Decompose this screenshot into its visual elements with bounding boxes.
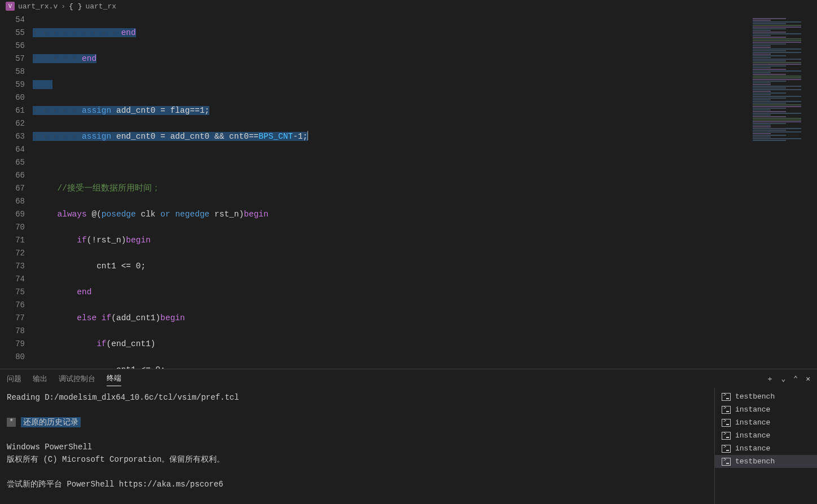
powershell-icon bbox=[722, 432, 731, 440]
terminal-name: instance bbox=[735, 418, 770, 427]
code-token: begin bbox=[160, 313, 185, 322]
powershell-icon bbox=[722, 406, 731, 414]
terminal-restore-marker: * bbox=[7, 418, 16, 427]
terminal-restore-label: 还原的历史记录 bbox=[21, 417, 81, 427]
code-comment: //接受一组数据所用时间； bbox=[58, 184, 160, 193]
terminal-view[interactable]: Reading D:/modelsim_dlx64_10.6c/tcl/vsim… bbox=[0, 388, 714, 504]
code-token: negedge bbox=[170, 210, 210, 219]
tab-debug-console[interactable]: 调试控制台 bbox=[59, 372, 95, 386]
terminal-line: 版权所有 (C) Microsoft Corporation。保留所有权利。 bbox=[7, 455, 225, 464]
terminal-list-item[interactable]: testbench bbox=[715, 390, 817, 403]
minimap[interactable] bbox=[749, 12, 817, 369]
code-token: if bbox=[77, 236, 86, 245]
code-token: add_cnt0 bbox=[116, 106, 156, 115]
terminal-list-item[interactable]: testbench bbox=[715, 455, 817, 468]
terminal-name: instance bbox=[735, 405, 770, 414]
code-token: end bbox=[121, 28, 136, 37]
powershell-icon bbox=[722, 393, 731, 401]
code-area[interactable]: · · · · · · · · · end · · · · · end · · … bbox=[33, 12, 749, 369]
code-token: = flag==1; bbox=[156, 106, 210, 115]
breadcrumb-sep-icon: › bbox=[61, 2, 65, 11]
code-token: -1; bbox=[293, 132, 308, 141]
tab-problems[interactable]: 问题 bbox=[7, 372, 21, 386]
symbol-braces-icon: { } bbox=[69, 2, 82, 11]
terminal-list-item[interactable]: instance bbox=[715, 429, 817, 442]
breadcrumb-symbol[interactable]: uart_rx bbox=[85, 2, 116, 11]
powershell-icon bbox=[722, 458, 731, 466]
code-token: (!rst_n) bbox=[87, 236, 126, 245]
code-token: end_cnt0 bbox=[116, 132, 156, 141]
editor[interactable]: 5455565758596061626364656667686970717273… bbox=[0, 12, 817, 369]
terminal-name: testbench bbox=[735, 457, 775, 466]
code-token: begin bbox=[126, 236, 151, 245]
terminal-dropdown-icon[interactable]: ⌄ bbox=[781, 374, 786, 383]
code-token: assign bbox=[82, 106, 111, 115]
terminal-line: 尝试新的跨平台 PowerShell https://aka.ms/pscore… bbox=[7, 480, 223, 489]
terminal-name: instance bbox=[735, 431, 770, 440]
code-token: begin bbox=[244, 210, 269, 219]
code-token: assign bbox=[82, 132, 111, 141]
code-token: (end_cnt1) bbox=[107, 339, 156, 348]
code-token: cnt1 <= 0; bbox=[116, 365, 165, 369]
terminal-list: testbench instance instance instance ins… bbox=[714, 388, 817, 504]
tab-output[interactable]: 输出 bbox=[33, 372, 47, 386]
powershell-icon bbox=[722, 445, 731, 453]
bottom-panel: 问题 输出 调试控制台 终端 ＋ ⌄ ⌃ ✕ Reading D:/models… bbox=[0, 369, 817, 504]
verilog-file-icon: V bbox=[6, 2, 15, 11]
code-token: end bbox=[82, 54, 96, 63]
maximize-panel-icon[interactable]: ⌃ bbox=[793, 374, 798, 383]
code-token: else bbox=[77, 313, 96, 322]
terminal-list-item[interactable]: instance bbox=[715, 442, 817, 455]
code-token: posedge bbox=[102, 210, 136, 219]
code-token: @( bbox=[87, 210, 102, 219]
code-token: BPS_CNT bbox=[258, 132, 293, 141]
code-token: always bbox=[58, 210, 87, 219]
code-token: rst_n) bbox=[209, 210, 244, 219]
new-terminal-icon[interactable]: ＋ bbox=[766, 374, 774, 384]
code-token: (add_cnt1) bbox=[111, 313, 160, 322]
powershell-icon bbox=[722, 419, 731, 427]
line-gutter: 5455565758596061626364656667686970717273… bbox=[0, 12, 33, 369]
terminal-list-item[interactable]: instance bbox=[715, 416, 817, 429]
close-panel-icon[interactable]: ✕ bbox=[806, 374, 810, 383]
terminal-line: Reading D:/modelsim_dlx64_10.6c/tcl/vsim… bbox=[7, 393, 239, 402]
terminal-name: testbench bbox=[735, 392, 775, 401]
code-token: clk bbox=[136, 210, 161, 219]
code-token: cnt1 <= 0; bbox=[96, 262, 146, 271]
breadcrumb-file[interactable]: uart_rx.v bbox=[18, 2, 58, 11]
terminal-line: Windows PowerShell bbox=[7, 443, 92, 452]
code-token: if bbox=[96, 313, 111, 322]
tab-terminal[interactable]: 终端 bbox=[107, 371, 121, 386]
code-token: end bbox=[77, 288, 91, 297]
code-token: if bbox=[96, 339, 106, 348]
breadcrumb[interactable]: V uart_rx.v › { } uart_rx bbox=[0, 0, 817, 12]
code-token: or bbox=[160, 210, 170, 219]
text-cursor bbox=[308, 132, 308, 141]
terminal-list-item[interactable]: instance bbox=[715, 403, 817, 416]
code-token: = add_cnt0 && cnt0== bbox=[156, 132, 259, 141]
panel-tabbar: 问题 输出 调试控制台 终端 ＋ ⌄ ⌃ ✕ bbox=[0, 369, 817, 388]
terminal-name: instance bbox=[735, 444, 770, 453]
